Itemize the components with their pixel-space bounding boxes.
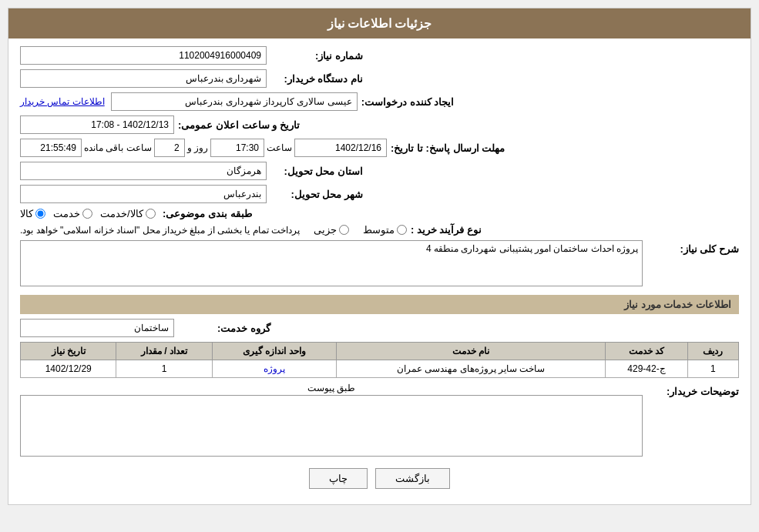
purchase-option-2[interactable]: متوسط [363,224,407,236]
purchase-notice: پرداخت تمام یا بخشی از مبلغ خریداز محل "… [20,225,300,236]
page-title: جزئیات اطلاعات نیاز [327,17,432,30]
category-option-2[interactable]: خدمت [53,208,92,219]
category-option-1[interactable]: کالا [20,208,45,219]
province-input[interactable] [20,162,267,180]
cell-unit: پروژه [212,360,336,378]
deadline-row: مهلت ارسال پاسخ: تا تاریخ: ساعت روز و سا… [20,139,739,157]
purchase-type-label: نوع فرآیند خرید : [411,224,482,236]
service-group-input[interactable] [20,319,174,337]
content-area: شماره نیاز: نام دستگاه خریدار: ایجاد کنن… [8,38,751,504]
category-radio-2[interactable] [82,209,92,219]
deadline-time-label: ساعت [267,142,292,153]
deadline-days-label: روز و [187,142,208,153]
col-qty: تعداد / مقدار [116,343,212,360]
city-row: شهر محل تحویل: [20,185,739,203]
buyer-notes-row: توضیحات خریدار: طبق پیوست [20,383,739,459]
col-row: ردیف [687,343,738,360]
col-name: نام خدمت [336,343,606,360]
city-input[interactable] [20,185,267,203]
service-group-row: گروه خدمت: [20,319,739,337]
category-label: طبقه بندی موضوعی: [160,208,252,219]
services-section-header: اطلاعات خدمات مورد نیاز [20,295,739,314]
category-radio-3[interactable] [146,209,156,219]
buttons-row: بازگشت چاپ [20,468,739,489]
cell-qty: 1 [116,360,212,378]
purchase-radio-group: متوسط جزیی [307,224,407,236]
need-desc-row: شرح کلی نیاز: پروژه احداث ساختمان امور پ… [20,240,739,289]
service-table-body: 1 ج-42-429 ساخت سایر پروژه‌های مهندسی عم… [21,360,739,378]
buyer-org-input[interactable] [20,69,267,88]
need-desc-textarea[interactable] [20,240,643,286]
deadline-remaining-label: ساعت باقی مانده [84,142,152,153]
announce-date-label: تاریخ و ساعت اعلان عمومی: [178,119,300,131]
attachment-label: طبق پیوست [20,383,643,393]
announce-date-row: تاریخ و ساعت اعلان عمومی: [20,115,739,134]
announce-date-input[interactable] [20,115,174,134]
deadline-time-input[interactable] [210,139,264,157]
services-section-label: اطلاعات خدمات مورد نیاز [624,299,731,310]
col-date: تاریخ نیاز [21,343,116,360]
need-number-row: شماره نیاز: [20,46,739,65]
col-unit: واحد اندازه گیری [212,343,336,360]
print-button[interactable]: چاپ [309,468,368,489]
creator-input[interactable] [111,92,358,111]
contact-link[interactable]: اطلاعات تماس خریدار [20,96,105,107]
service-table-head: ردیف کد خدمت نام خدمت واحد اندازه گیری ت… [21,343,739,360]
creator-label: ایجاد کننده درخواست: [361,96,455,108]
province-label: استان محل تحویل: [270,166,363,177]
service-table: ردیف کد خدمت نام خدمت واحد اندازه گیری ت… [20,342,739,378]
table-row: 1 ج-42-429 ساخت سایر پروژه‌های مهندسی عم… [21,360,739,378]
page-wrapper: جزئیات اطلاعات نیاز شماره نیاز: نام دستگ… [8,8,751,505]
purchase-option-1[interactable]: جزیی [314,224,349,236]
back-button[interactable]: بازگشت [375,468,450,489]
cell-name: ساخت سایر پروژه‌های مهندسی عمران [336,360,606,378]
need-number-input[interactable] [20,46,267,65]
buyer-notes-textarea[interactable] [20,395,643,457]
city-label: شهر محل تحویل: [270,189,363,200]
purchase-radio-2[interactable] [397,225,407,235]
buyer-notes-label: توضیحات خریدار: [646,383,739,397]
deadline-days-input[interactable] [154,139,185,157]
category-radio-1[interactable] [35,209,45,219]
cell-date: 1402/12/29 [21,360,116,378]
service-table-header-row: ردیف کد خدمت نام خدمت واحد اندازه گیری ت… [21,343,739,360]
cell-code: ج-42-429 [606,360,687,378]
cell-row: 1 [687,360,738,378]
category-radio-group: کالا/خدمت خدمت کالا [20,208,156,219]
category-option-3[interactable]: کالا/خدمت [100,208,156,219]
deadline-date-input[interactable] [294,139,387,157]
deadline-remaining-input[interactable] [20,139,82,157]
creator-row: ایجاد کننده درخواست: اطلاعات تماس خریدار [20,92,739,111]
province-row: استان محل تحویل: [20,162,739,180]
purchase-type-row: نوع فرآیند خرید : متوسط جزیی پرداخت تمام… [20,224,739,236]
deadline-label: مهلت ارسال پاسخ: تا تاریخ: [391,142,505,154]
need-number-label: شماره نیاز: [270,50,363,62]
page-header: جزئیات اطلاعات نیاز [8,8,751,38]
col-code: کد خدمت [606,343,687,360]
buyer-org-label: نام دستگاه خریدار: [270,73,363,85]
buyer-org-row: نام دستگاه خریدار: [20,69,739,88]
purchase-radio-1[interactable] [339,225,349,235]
service-group-label: گروه خدمت: [178,323,270,334]
category-row: طبقه بندی موضوعی: کالا/خدمت خدمت کالا [20,208,739,219]
need-desc-label: شرح کلی نیاز: [646,240,739,255]
